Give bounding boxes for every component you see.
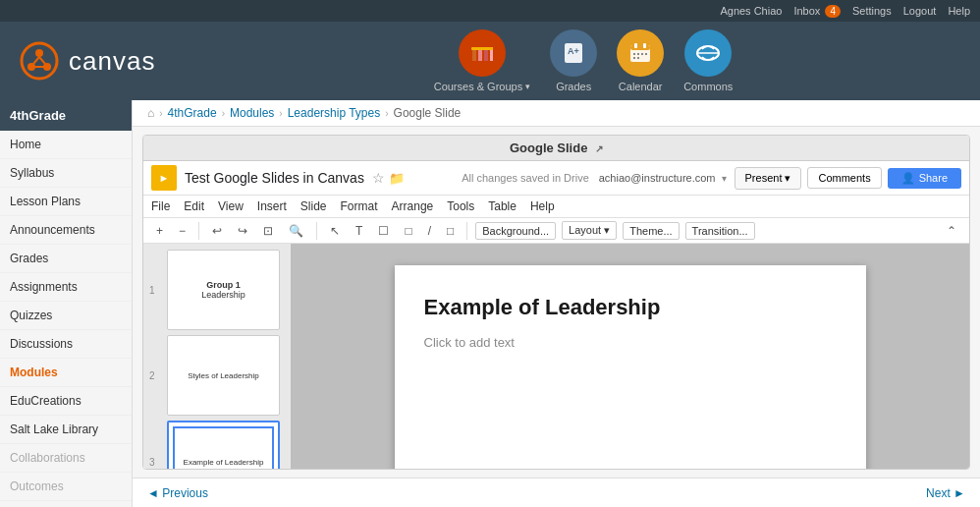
menu-arrange[interactable]: Arrange bbox=[392, 197, 434, 215]
home-icon[interactable]: ⌂ bbox=[147, 106, 154, 120]
sidebar-item-files: Files bbox=[0, 501, 132, 507]
slide-main-body[interactable]: Click to add text bbox=[424, 335, 837, 350]
folder-icon[interactable]: 📁 bbox=[389, 171, 405, 186]
menu-format[interactable]: Format bbox=[341, 197, 378, 215]
embed-header: Google Slide ↗ bbox=[143, 136, 969, 161]
dropdown-icon[interactable]: ▾ bbox=[722, 173, 727, 184]
star-icon[interactable]: ☆ bbox=[372, 170, 385, 186]
logout-link[interactable]: Logout bbox=[903, 5, 937, 17]
slides-main-area: Example of Leadership Click to add text … bbox=[291, 244, 969, 470]
sidebar-item-salt-lake[interactable]: Salt Lake Library bbox=[0, 416, 132, 444]
menu-help[interactable]: Help bbox=[530, 197, 555, 215]
tool-paint[interactable]: ⊡ bbox=[258, 222, 278, 240]
menu-view[interactable]: View bbox=[218, 197, 244, 215]
sidebar-item-home[interactable]: Home bbox=[0, 131, 132, 159]
tool-undo[interactable]: ↩ bbox=[207, 222, 227, 240]
tool-cursor[interactable]: ↖ bbox=[325, 222, 345, 240]
menu-slide[interactable]: Slide bbox=[300, 197, 327, 215]
toolbar-sep-3 bbox=[466, 222, 467, 240]
sidebar-item-announcements[interactable]: Announcements bbox=[0, 216, 132, 245]
sidebar-item-assignments[interactable]: Assignments bbox=[0, 273, 132, 302]
share-icon: 👤 bbox=[901, 172, 915, 185]
sidebar-item-quizzes[interactable]: Quizzes bbox=[0, 302, 132, 330]
svg-rect-16 bbox=[634, 43, 637, 48]
commons-icon bbox=[684, 29, 732, 77]
calendar-icon bbox=[617, 29, 664, 77]
nav-calendar[interactable]: Calendar bbox=[617, 29, 664, 92]
slide-1-line1: Group 1 bbox=[206, 280, 241, 290]
tool-redo[interactable]: ↪ bbox=[233, 222, 252, 240]
menu-edit[interactable]: Edit bbox=[184, 197, 204, 215]
sep2: › bbox=[222, 108, 225, 119]
prev-button[interactable]: ◄ Previous bbox=[147, 486, 208, 500]
sidebar-item-educreations[interactable]: EduCreations bbox=[0, 387, 132, 416]
nav-courses[interactable]: Courses & Groups ▾ bbox=[434, 29, 530, 92]
nav-commons[interactable]: Commons bbox=[683, 29, 733, 92]
share-button[interactable]: 👤 Share bbox=[888, 168, 961, 189]
slide-thumb-wrapper-3: 3 Example of Leadership bbox=[149, 421, 285, 470]
slides-title: Test Google Slides in Canvas bbox=[185, 170, 364, 186]
slide-main-title: Example of Leadership bbox=[424, 295, 837, 320]
tool-line[interactable]: / bbox=[423, 222, 436, 240]
canvas-logo-text[interactable]: canvas bbox=[69, 46, 155, 77]
settings-link[interactable]: Settings bbox=[852, 5, 892, 17]
tool-comment[interactable]: □ bbox=[442, 222, 459, 240]
comments-button[interactable]: Comments bbox=[807, 167, 881, 189]
tool-minus[interactable]: − bbox=[174, 222, 191, 240]
tool-transition[interactable]: Transition... bbox=[685, 222, 755, 240]
slide-1-line2: Leadership bbox=[201, 290, 245, 300]
breadcrumb-course[interactable]: 4thGrade bbox=[168, 106, 217, 120]
logo-area: canvas bbox=[20, 41, 177, 81]
next-button[interactable]: Next ► bbox=[926, 486, 965, 500]
sidebar-item-lesson-plans[interactable]: Lesson Plans bbox=[0, 188, 132, 216]
sidebar: 4thGrade Home Syllabus Lesson Plans Anno… bbox=[0, 100, 133, 507]
tool-layout[interactable]: Layout ▾ bbox=[562, 221, 617, 240]
slide-thumb-1[interactable]: Group 1 Leadership bbox=[167, 250, 280, 330]
present-dropdown-icon[interactable]: ▾ bbox=[785, 172, 790, 185]
slide-thumb-2[interactable]: Styles of Leadership bbox=[167, 335, 280, 416]
svg-rect-22 bbox=[633, 57, 635, 59]
embed-container: Google Slide ↗ ► Test Google Slides in C… bbox=[142, 135, 970, 470]
sidebar-item-syllabus[interactable]: Syllabus bbox=[0, 159, 132, 188]
svg-rect-11 bbox=[471, 47, 493, 50]
nav-grades[interactable]: A+ Grades bbox=[550, 29, 597, 92]
svg-rect-17 bbox=[643, 43, 646, 48]
slide-thumb-3[interactable]: Example of Leadership bbox=[167, 421, 280, 470]
breadcrumb: ⌂ › 4thGrade › Modules › Leadership Type… bbox=[133, 100, 980, 127]
tool-collapse[interactable]: ⌃ bbox=[942, 222, 961, 240]
slides-toolbar: + − ↩ ↪ ⊡ 🔍 ↖ T ☐ □ / □ Background... bbox=[143, 218, 969, 244]
breadcrumb-modules[interactable]: Modules bbox=[230, 106, 274, 120]
present-button[interactable]: Present ▾ bbox=[735, 167, 802, 190]
slide-num-1: 1 bbox=[149, 285, 155, 296]
tool-shapes[interactable]: □ bbox=[400, 222, 416, 240]
svg-rect-15 bbox=[630, 45, 650, 50]
slides-title-bar: ► Test Google Slides in Canvas ☆ 📁 All c… bbox=[143, 161, 969, 196]
tool-background[interactable]: Background... bbox=[475, 222, 556, 240]
sidebar-item-modules[interactable]: Modules bbox=[0, 359, 132, 387]
toolbar-sep-1 bbox=[198, 222, 199, 240]
inbox-badge: 4 bbox=[825, 5, 841, 18]
slides-canvas: Example of Leadership Click to add text bbox=[395, 265, 866, 470]
canvas-logo-icon bbox=[20, 41, 59, 81]
menu-insert[interactable]: Insert bbox=[257, 197, 287, 215]
grades-label: Grades bbox=[556, 81, 591, 92]
tool-zoom[interactable]: 🔍 bbox=[284, 222, 308, 240]
slides-app-icon: ► bbox=[151, 165, 177, 191]
slides-canvas-area[interactable]: Example of Leadership Click to add text bbox=[291, 244, 969, 470]
inbox-link[interactable]: Inbox 4 bbox=[793, 5, 841, 17]
tool-image[interactable]: ☐ bbox=[373, 222, 394, 240]
breadcrumb-leadership-types[interactable]: Leadership Types bbox=[288, 106, 381, 120]
menu-file[interactable]: File bbox=[151, 197, 170, 215]
tool-add[interactable]: + bbox=[151, 222, 168, 240]
svg-line-4 bbox=[33, 57, 39, 64]
svg-rect-18 bbox=[633, 53, 635, 55]
tool-theme[interactable]: Theme... bbox=[623, 222, 679, 240]
menu-table[interactable]: Table bbox=[488, 197, 517, 215]
sidebar-item-discussions[interactable]: Discussions bbox=[0, 330, 132, 359]
tool-text[interactable]: T bbox=[351, 222, 367, 240]
help-link[interactable]: Help bbox=[948, 5, 970, 17]
calendar-label: Calendar bbox=[619, 81, 663, 92]
main-content: ⌂ › 4thGrade › Modules › Leadership Type… bbox=[133, 100, 980, 507]
menu-tools[interactable]: Tools bbox=[447, 197, 474, 215]
sidebar-item-grades[interactable]: Grades bbox=[0, 245, 132, 273]
